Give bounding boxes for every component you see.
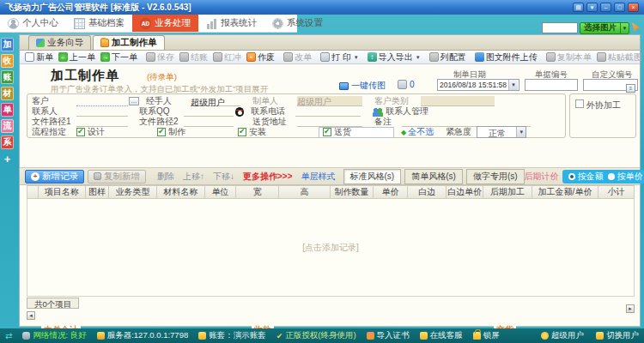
address-input[interactable]: [297, 117, 362, 127]
radio-icon[interactable]: [608, 173, 615, 180]
import-export-button[interactable]: 导入导出▼: [365, 51, 423, 63]
empty-table-hint[interactable]: [点击添加记录]: [302, 242, 359, 254]
col-processing-amount[interactable]: 加工金额/单价: [532, 185, 598, 199]
sidebar-item-receipt[interactable]: 收: [1, 54, 14, 68]
checkbox-checked-icon[interactable]: [76, 128, 85, 136]
more-operations-link[interactable]: 更多操作>>>: [243, 171, 293, 183]
headset-icon: [420, 332, 428, 340]
caret-down-icon[interactable]: ▼: [508, 80, 518, 90]
phone-input[interactable]: [295, 107, 361, 117]
checkbox-checked-icon[interactable]: [238, 128, 246, 136]
sidebar-item-processing[interactable]: 加: [1, 38, 14, 51]
sidebar-item-flow[interactable]: 流: [1, 119, 14, 133]
new-order-button[interactable]: 新单: [22, 51, 56, 63]
item-count-tab[interactable]: 共0个项目: [27, 298, 79, 309]
sidebar-item-material[interactable]: 材: [1, 87, 14, 100]
process-delivery-option[interactable]: 送货: [319, 127, 394, 138]
void-order-button[interactable]: 作废: [244, 51, 277, 63]
col-unit-price[interactable]: 单价: [374, 185, 408, 199]
image-search-input[interactable]: [542, 22, 578, 33]
uncheck-all-link[interactable]: 全不选: [408, 126, 434, 138]
qq-input[interactable]: [184, 107, 234, 117]
print-icon: [320, 52, 330, 62]
close-button[interactable]: ×: [628, 3, 639, 12]
minimize-button[interactable]: –: [600, 3, 611, 12]
by-amount-radio[interactable]: 按金额: [568, 171, 604, 183]
doc-no-input[interactable]: [525, 79, 578, 91]
menu-basic-archives[interactable]: 基础档案: [66, 15, 132, 32]
qq-penguin-icon[interactable]: [235, 107, 244, 117]
check-icon: ✔: [276, 332, 283, 340]
outsource-checkbox[interactable]: [575, 99, 584, 108]
urgency-select[interactable]: 正常▼: [477, 126, 526, 138]
remark-input[interactable]: [402, 117, 531, 127]
tab-business-wizard[interactable]: 业务向导: [28, 35, 91, 50]
customer-picker-button[interactable]: …: [129, 97, 139, 105]
print-button[interactable]: 打 印▼: [318, 51, 361, 63]
menu-personal-center[interactable]: 个人中心: [0, 15, 66, 32]
attachment-upload-button[interactable]: 图文附件上传: [472, 51, 540, 63]
order-toolbar: 新单 上一单 下一单 保存 结账 红冲 作废 改单 打 印▼ 导入导出▼ 列配置…: [20, 51, 640, 64]
single-layer-style-link[interactable]: 单层样式: [301, 171, 336, 183]
col-unit[interactable]: 单位: [205, 185, 236, 199]
import-cert-link[interactable]: 导入证书: [367, 330, 410, 341]
menu-business-processing[interactable]: AD业务处理: [132, 15, 198, 32]
col-project-name[interactable]: 项目名称: [39, 185, 86, 199]
move-down-button[interactable]: 下移↓: [213, 171, 234, 183]
paste-screenshot-button: 粘贴截图: [594, 51, 644, 63]
path1-input[interactable]: [76, 117, 128, 127]
menu-report-statistics[interactable]: 报表统计: [198, 15, 264, 32]
maximize-button[interactable]: □: [614, 3, 625, 12]
online-service-link[interactable]: 在线客服: [420, 330, 463, 341]
sidebar-item-system[interactable]: 系: [1, 135, 14, 149]
scroll-left-icon[interactable]: ◄: [27, 311, 35, 320]
one-click-upload-link[interactable]: 一键传图: [339, 80, 386, 92]
col-height[interactable]: 高: [279, 185, 331, 199]
statusbar-right: 超级用户 切换用户: [541, 330, 639, 341]
tab-work-order[interactable]: 加工制作单: [93, 35, 165, 50]
sidebar-item-account[interactable]: 账: [1, 70, 14, 84]
collapse-icon[interactable]: ≡: [626, 84, 635, 93]
switch-user-link[interactable]: 切换用户: [596, 330, 639, 341]
column-config-button[interactable]: 列配置: [427, 51, 469, 63]
col-subtotal[interactable]: 小计: [598, 185, 635, 199]
move-up-button[interactable]: 上移↑: [183, 171, 204, 183]
radio-selected-icon[interactable]: [568, 173, 575, 180]
process-make-option[interactable]: 制作: [157, 126, 238, 138]
order-date-combo[interactable]: 2016/08/18 15:51:58▼: [437, 79, 519, 91]
checkbox-checked-icon[interactable]: [157, 128, 166, 136]
handler-value[interactable]: 超级用户: [191, 97, 240, 106]
process-design-option[interactable]: 设计: [76, 126, 157, 138]
style-tab-simple[interactable]: 简单风格(s): [404, 169, 463, 184]
sidebar-item-order[interactable]: 单: [1, 103, 14, 117]
col-width[interactable]: 宽: [236, 185, 279, 199]
add-record-button[interactable]: +新增记录: [25, 170, 84, 184]
checkbox-checked-icon[interactable]: [323, 128, 331, 136]
caret-down-icon[interactable]: ▼: [620, 23, 629, 33]
prev-order-button[interactable]: 上一单: [56, 51, 98, 63]
next-order-button[interactable]: 下一单: [98, 51, 140, 63]
col-white-edge[interactable]: 白边: [408, 185, 447, 199]
col-quantity[interactable]: 制作数量: [331, 185, 374, 199]
skin-icon[interactable]: ▾: [586, 3, 598, 12]
style-tab-standard[interactable]: 标准风格(s): [343, 169, 402, 184]
customer-input[interactable]: [76, 97, 128, 106]
select-image-button[interactable]: 选择图片▼: [580, 22, 629, 34]
col-material[interactable]: 材料名称: [157, 185, 205, 199]
by-unit-price-radio[interactable]: 按单价: [608, 171, 643, 183]
items-table-body[interactable]: [点击添加记录]: [27, 199, 635, 297]
scroll-right-icon[interactable]: ►: [626, 304, 635, 313]
path2-input[interactable]: [184, 117, 234, 127]
lock-screen-link[interactable]: 锁屏: [473, 330, 500, 341]
col-white-edge-price[interactable]: 白边单价: [447, 185, 483, 199]
sidebar-item-add[interactable]: +: [1, 152, 14, 165]
col-post-processing[interactable]: 后期加工: [483, 185, 532, 199]
col-pattern[interactable]: 图样: [86, 185, 109, 199]
contact-input[interactable]: [76, 107, 128, 117]
menu-system-settings[interactable]: 系统设置: [264, 15, 331, 32]
process-install-option[interactable]: 安装: [238, 126, 319, 138]
col-business-type[interactable]: 业务类型: [109, 185, 157, 199]
window-menu-icon[interactable]: ▤: [573, 3, 584, 12]
caret-down-icon[interactable]: ▼: [516, 127, 526, 137]
style-tab-lettering[interactable]: 做字专用(s): [466, 169, 525, 184]
